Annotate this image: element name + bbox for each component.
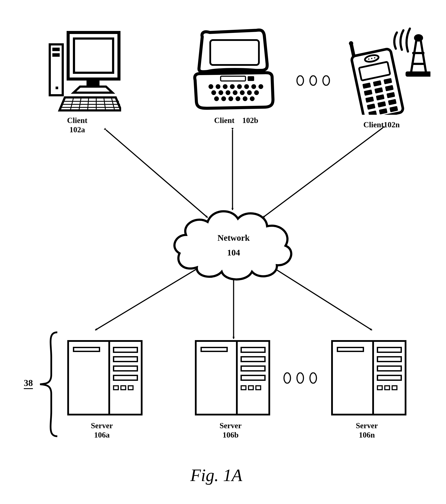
svg-point-94 bbox=[284, 373, 291, 383]
svg-point-42 bbox=[310, 76, 316, 85]
diagram-canvas: Client 102a Client 102b bbox=[0, 0, 446, 504]
figure-caption: Fig. 1A bbox=[190, 466, 242, 485]
svg-point-29 bbox=[219, 90, 223, 95]
svg-point-35 bbox=[214, 96, 219, 101]
svg-point-50 bbox=[415, 35, 422, 40]
svg-rect-77 bbox=[114, 347, 137, 352]
svg-rect-86 bbox=[201, 347, 227, 351]
svg-point-34 bbox=[254, 90, 259, 95]
svg-point-39 bbox=[243, 96, 247, 101]
svg-rect-79 bbox=[114, 366, 137, 371]
svg-point-30 bbox=[226, 90, 230, 95]
svg-point-41 bbox=[297, 76, 304, 85]
svg-point-23 bbox=[230, 84, 235, 89]
svg-point-26 bbox=[251, 84, 256, 89]
svg-rect-2 bbox=[52, 53, 60, 57]
client-a-ref: 102a bbox=[69, 125, 85, 134]
svg-point-24 bbox=[237, 84, 242, 89]
svg-rect-49 bbox=[407, 72, 430, 75]
server-b-ref: 106b bbox=[223, 431, 239, 439]
client-b-label: Client 102b bbox=[214, 116, 258, 125]
client-n-label-text: Client bbox=[363, 120, 384, 129]
svg-rect-105 bbox=[385, 386, 390, 390]
svg-point-20 bbox=[208, 84, 213, 89]
client-n-ref: 102n bbox=[384, 120, 400, 129]
svg-rect-52 bbox=[350, 44, 356, 58]
svg-rect-16 bbox=[210, 40, 259, 65]
server-a-ref: 106a bbox=[94, 431, 110, 439]
svg-rect-1 bbox=[52, 48, 60, 51]
svg-rect-100 bbox=[377, 347, 401, 352]
svg-point-37 bbox=[228, 96, 233, 101]
svg-point-31 bbox=[233, 90, 238, 95]
svg-rect-82 bbox=[121, 386, 126, 390]
svg-point-33 bbox=[247, 90, 252, 95]
client-a-label-text: Client bbox=[67, 116, 87, 125]
client-ellipsis bbox=[296, 75, 330, 86]
svg-point-43 bbox=[323, 76, 329, 85]
client-desktop-icon bbox=[48, 28, 121, 115]
svg-rect-102 bbox=[377, 366, 401, 371]
server-n-ref: 106n bbox=[359, 431, 375, 439]
client-mobile-icon bbox=[344, 26, 430, 115]
svg-point-22 bbox=[223, 84, 227, 89]
svg-point-95 bbox=[297, 373, 304, 383]
svg-point-27 bbox=[258, 84, 263, 89]
server-ellipsis bbox=[283, 372, 317, 384]
svg-rect-93 bbox=[256, 386, 261, 390]
svg-rect-89 bbox=[241, 366, 265, 371]
svg-rect-99 bbox=[337, 347, 363, 351]
server-b-label: Server 106b bbox=[220, 421, 241, 440]
client-b-label-text: Client bbox=[214, 116, 235, 125]
server-b-label-text: Server bbox=[220, 421, 241, 430]
svg-rect-78 bbox=[114, 357, 137, 361]
svg-rect-80 bbox=[114, 375, 137, 380]
server-a-label: Server 106a bbox=[91, 421, 113, 440]
svg-rect-92 bbox=[249, 386, 253, 390]
server-n-label: Server 106n bbox=[356, 421, 378, 440]
svg-rect-87 bbox=[241, 347, 265, 352]
svg-line-44 bbox=[411, 40, 416, 73]
client-a-label: Client 102a bbox=[67, 116, 87, 134]
network-label: Network 104 bbox=[214, 231, 253, 260]
svg-rect-81 bbox=[114, 386, 118, 390]
client-n-label: Client102n bbox=[363, 120, 400, 129]
svg-point-36 bbox=[221, 96, 226, 101]
edge-clientN-network bbox=[263, 128, 383, 217]
svg-rect-90 bbox=[241, 375, 265, 380]
svg-rect-91 bbox=[241, 386, 246, 390]
svg-point-21 bbox=[216, 84, 220, 89]
server-farm-ref: 38 bbox=[24, 378, 33, 389]
network-label-text: Network bbox=[218, 233, 250, 243]
client-laptop-icon bbox=[190, 28, 277, 115]
network-ref: 104 bbox=[227, 248, 240, 257]
server-n-icon bbox=[331, 340, 407, 416]
svg-point-96 bbox=[310, 373, 316, 383]
svg-point-25 bbox=[244, 84, 249, 89]
svg-point-28 bbox=[211, 90, 216, 95]
server-a-icon bbox=[67, 340, 143, 416]
server-a-label-text: Server bbox=[91, 421, 113, 430]
server-n-label-text: Server bbox=[356, 421, 378, 430]
svg-rect-83 bbox=[128, 386, 133, 390]
svg-rect-5 bbox=[74, 38, 113, 73]
server-farm-brace bbox=[36, 331, 62, 437]
svg-rect-88 bbox=[241, 357, 265, 361]
client-b-ref: 102b bbox=[242, 116, 258, 125]
svg-rect-106 bbox=[392, 386, 397, 390]
svg-rect-101 bbox=[377, 357, 401, 361]
svg-rect-76 bbox=[73, 347, 100, 351]
svg-line-45 bbox=[421, 40, 426, 73]
svg-point-32 bbox=[240, 90, 245, 95]
svg-rect-104 bbox=[377, 386, 382, 390]
svg-point-38 bbox=[236, 96, 240, 101]
svg-point-40 bbox=[250, 96, 255, 101]
server-b-icon bbox=[195, 340, 270, 416]
svg-rect-18 bbox=[221, 76, 245, 81]
svg-rect-103 bbox=[377, 375, 401, 380]
svg-rect-3 bbox=[56, 87, 58, 89]
svg-rect-19 bbox=[248, 76, 254, 81]
